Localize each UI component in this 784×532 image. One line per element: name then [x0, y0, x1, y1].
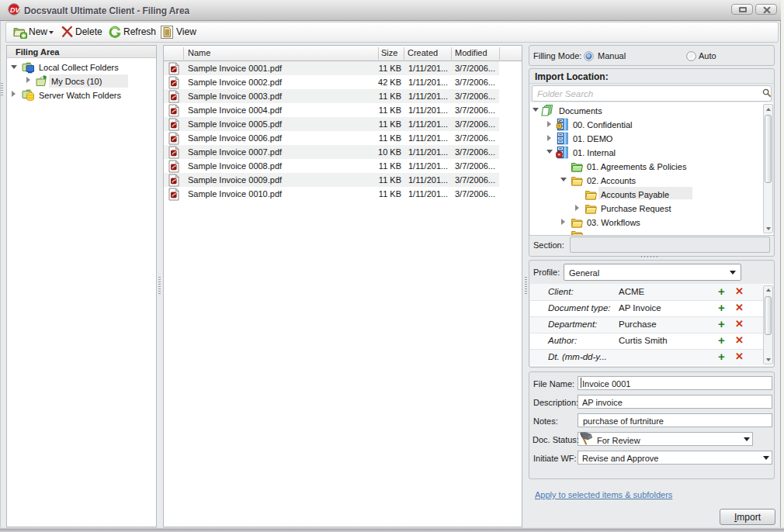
svg-text:DV: DV: [10, 6, 20, 14]
